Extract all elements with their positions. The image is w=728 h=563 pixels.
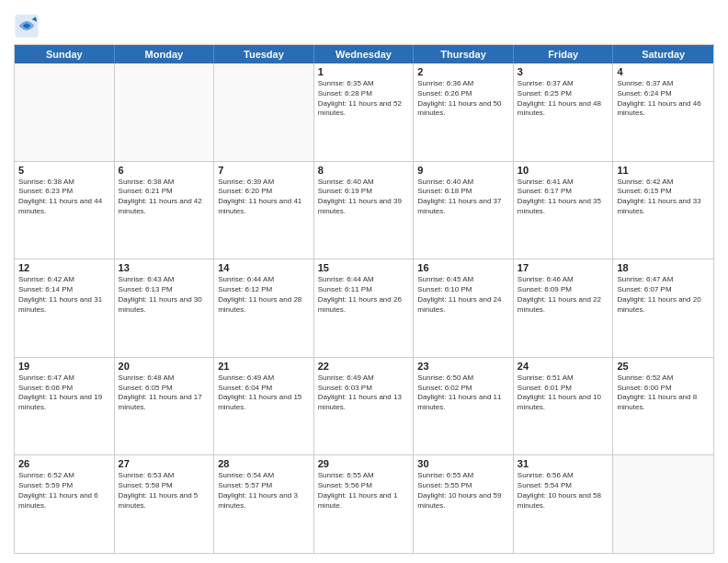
day-number: 27 <box>119 458 210 469</box>
calendar-cell-9: 9Sunrise: 6:40 AMSunset: 6:18 PMDaylight… <box>414 162 514 259</box>
header-day-tuesday: Tuesday <box>214 45 314 63</box>
calendar-cell-14: 14Sunrise: 6:44 AMSunset: 6:12 PMDayligh… <box>214 259 314 357</box>
cell-info: Sunrise: 6:49 AMSunset: 6:03 PMDaylight:… <box>318 373 410 413</box>
cell-info: Sunrise: 6:37 AMSunset: 6:24 PMDaylight:… <box>617 79 710 119</box>
calendar-cell-5: 5Sunrise: 6:38 AMSunset: 6:23 PMDaylight… <box>15 162 115 259</box>
calendar-row-1: 5Sunrise: 6:38 AMSunset: 6:23 PMDaylight… <box>15 162 713 260</box>
calendar-cell-3: 3Sunrise: 6:37 AMSunset: 6:25 PMDaylight… <box>514 63 614 161</box>
calendar-header: SundayMondayTuesdayWednesdayThursdayFrid… <box>15 45 713 63</box>
day-number: 9 <box>417 165 509 176</box>
day-number: 10 <box>518 165 609 176</box>
calendar-cell-19: 19Sunrise: 6:47 AMSunset: 6:06 PMDayligh… <box>15 358 115 455</box>
calendar-cell-25: 25Sunrise: 6:52 AMSunset: 6:00 PMDayligh… <box>613 358 713 455</box>
calendar-cell-18: 18Sunrise: 6:47 AMSunset: 6:07 PMDayligh… <box>613 259 713 357</box>
header-day-saturday: Saturday <box>613 45 713 63</box>
calendar-cell-7: 7Sunrise: 6:39 AMSunset: 6:20 PMDaylight… <box>214 162 314 259</box>
calendar-cell-empty-0-0 <box>15 63 115 161</box>
calendar-cell-28: 28Sunrise: 6:54 AMSunset: 5:57 PMDayligh… <box>214 455 314 553</box>
cell-info: Sunrise: 6:42 AMSunset: 6:15 PMDaylight:… <box>617 178 710 217</box>
cell-info: Sunrise: 6:47 AMSunset: 6:06 PMDaylight:… <box>18 373 110 413</box>
day-number: 28 <box>218 458 310 469</box>
cell-info: Sunrise: 6:45 AMSunset: 6:10 PMDaylight:… <box>417 275 509 315</box>
day-number: 22 <box>318 361 410 372</box>
cell-info: Sunrise: 6:37 AMSunset: 6:25 PMDaylight:… <box>518 79 609 119</box>
day-number: 31 <box>518 458 609 469</box>
cell-info: Sunrise: 6:56 AMSunset: 5:54 PMDaylight:… <box>518 471 609 511</box>
calendar-cell-24: 24Sunrise: 6:51 AMSunset: 6:01 PMDayligh… <box>514 358 614 455</box>
day-number: 29 <box>318 458 410 469</box>
calendar-cell-empty-0-1 <box>115 63 215 161</box>
cell-info: Sunrise: 6:38 AMSunset: 6:21 PMDaylight:… <box>119 178 210 217</box>
day-number: 20 <box>119 361 210 372</box>
cell-info: Sunrise: 6:53 AMSunset: 5:58 PMDaylight:… <box>119 471 210 511</box>
calendar-cell-empty-0-2 <box>214 63 314 161</box>
calendar-row-2: 12Sunrise: 6:42 AMSunset: 6:14 PMDayligh… <box>15 259 713 358</box>
cell-info: Sunrise: 6:52 AMSunset: 6:00 PMDaylight:… <box>617 373 710 413</box>
header <box>14 9 714 39</box>
day-number: 25 <box>617 361 710 372</box>
day-number: 6 <box>119 165 210 176</box>
calendar-cell-13: 13Sunrise: 6:43 AMSunset: 6:13 PMDayligh… <box>115 259 215 357</box>
calendar-cell-4: 4Sunrise: 6:37 AMSunset: 6:24 PMDaylight… <box>613 63 713 161</box>
cell-info: Sunrise: 6:51 AMSunset: 6:01 PMDaylight:… <box>518 373 609 413</box>
cell-info: Sunrise: 6:48 AMSunset: 6:05 PMDaylight:… <box>119 373 210 413</box>
cell-info: Sunrise: 6:55 AMSunset: 5:56 PMDaylight:… <box>318 471 410 511</box>
day-number: 30 <box>417 458 509 469</box>
header-day-sunday: Sunday <box>15 45 115 63</box>
calendar-cell-10: 10Sunrise: 6:41 AMSunset: 6:17 PMDayligh… <box>514 162 614 259</box>
cell-info: Sunrise: 6:47 AMSunset: 6:07 PMDaylight:… <box>617 275 710 315</box>
calendar-row-0: 1Sunrise: 6:35 AMSunset: 6:28 PMDaylight… <box>15 63 713 162</box>
logo-icon <box>14 13 40 39</box>
cell-info: Sunrise: 6:41 AMSunset: 6:17 PMDaylight:… <box>518 178 609 217</box>
day-number: 13 <box>119 262 210 273</box>
calendar-body: 1Sunrise: 6:35 AMSunset: 6:28 PMDaylight… <box>15 63 713 553</box>
day-number: 21 <box>218 361 310 372</box>
calendar: SundayMondayTuesdayWednesdayThursdayFrid… <box>14 44 714 554</box>
calendar-cell-17: 17Sunrise: 6:46 AMSunset: 6:09 PMDayligh… <box>514 259 614 357</box>
cell-info: Sunrise: 6:54 AMSunset: 5:57 PMDaylight:… <box>218 471 310 511</box>
day-number: 24 <box>518 361 609 372</box>
cell-info: Sunrise: 6:38 AMSunset: 6:23 PMDaylight:… <box>18 178 110 217</box>
header-day-thursday: Thursday <box>414 45 514 63</box>
day-number: 15 <box>318 262 410 273</box>
day-number: 19 <box>18 361 110 372</box>
header-day-wednesday: Wednesday <box>314 45 415 63</box>
cell-info: Sunrise: 6:40 AMSunset: 6:19 PMDaylight:… <box>318 178 410 217</box>
calendar-cell-22: 22Sunrise: 6:49 AMSunset: 6:03 PMDayligh… <box>314 358 415 455</box>
cell-info: Sunrise: 6:46 AMSunset: 6:09 PMDaylight:… <box>518 275 609 315</box>
calendar-cell-29: 29Sunrise: 6:55 AMSunset: 5:56 PMDayligh… <box>314 455 415 553</box>
cell-info: Sunrise: 6:44 AMSunset: 6:12 PMDaylight:… <box>218 275 310 315</box>
calendar-cell-12: 12Sunrise: 6:42 AMSunset: 6:14 PMDayligh… <box>15 259 115 357</box>
day-number: 18 <box>617 262 710 273</box>
cell-info: Sunrise: 6:52 AMSunset: 5:59 PMDaylight:… <box>18 471 110 511</box>
cell-info: Sunrise: 6:43 AMSunset: 6:13 PMDaylight:… <box>119 275 210 315</box>
calendar-cell-15: 15Sunrise: 6:44 AMSunset: 6:11 PMDayligh… <box>314 259 415 357</box>
header-day-friday: Friday <box>514 45 614 63</box>
day-number: 12 <box>18 262 110 273</box>
calendar-row-4: 26Sunrise: 6:52 AMSunset: 5:59 PMDayligh… <box>15 455 713 553</box>
calendar-cell-6: 6Sunrise: 6:38 AMSunset: 6:21 PMDaylight… <box>115 162 215 259</box>
cell-info: Sunrise: 6:39 AMSunset: 6:20 PMDaylight:… <box>218 178 310 217</box>
calendar-cell-27: 27Sunrise: 6:53 AMSunset: 5:58 PMDayligh… <box>115 455 215 553</box>
calendar-cell-21: 21Sunrise: 6:49 AMSunset: 6:04 PMDayligh… <box>214 358 314 455</box>
day-number: 16 <box>417 262 509 273</box>
calendar-cell-26: 26Sunrise: 6:52 AMSunset: 5:59 PMDayligh… <box>15 455 115 553</box>
day-number: 8 <box>318 165 410 176</box>
cell-info: Sunrise: 6:50 AMSunset: 6:02 PMDaylight:… <box>417 373 509 413</box>
day-number: 4 <box>617 66 710 77</box>
day-number: 7 <box>218 165 310 176</box>
day-number: 11 <box>617 165 710 176</box>
cell-info: Sunrise: 6:49 AMSunset: 6:04 PMDaylight:… <box>218 373 310 413</box>
calendar-cell-31: 31Sunrise: 6:56 AMSunset: 5:54 PMDayligh… <box>514 455 614 553</box>
day-number: 14 <box>218 262 310 273</box>
calendar-cell-2: 2Sunrise: 6:36 AMSunset: 6:26 PMDaylight… <box>414 63 514 161</box>
calendar-cell-23: 23Sunrise: 6:50 AMSunset: 6:02 PMDayligh… <box>414 358 514 455</box>
day-number: 17 <box>518 262 609 273</box>
cell-info: Sunrise: 6:35 AMSunset: 6:28 PMDaylight:… <box>318 79 410 119</box>
day-number: 2 <box>417 66 509 77</box>
day-number: 23 <box>417 361 509 372</box>
calendar-cell-16: 16Sunrise: 6:45 AMSunset: 6:10 PMDayligh… <box>414 259 514 357</box>
calendar-cell-8: 8Sunrise: 6:40 AMSunset: 6:19 PMDaylight… <box>314 162 415 259</box>
cell-info: Sunrise: 6:55 AMSunset: 5:55 PMDaylight:… <box>417 471 509 511</box>
calendar-cell-30: 30Sunrise: 6:55 AMSunset: 5:55 PMDayligh… <box>414 455 514 553</box>
